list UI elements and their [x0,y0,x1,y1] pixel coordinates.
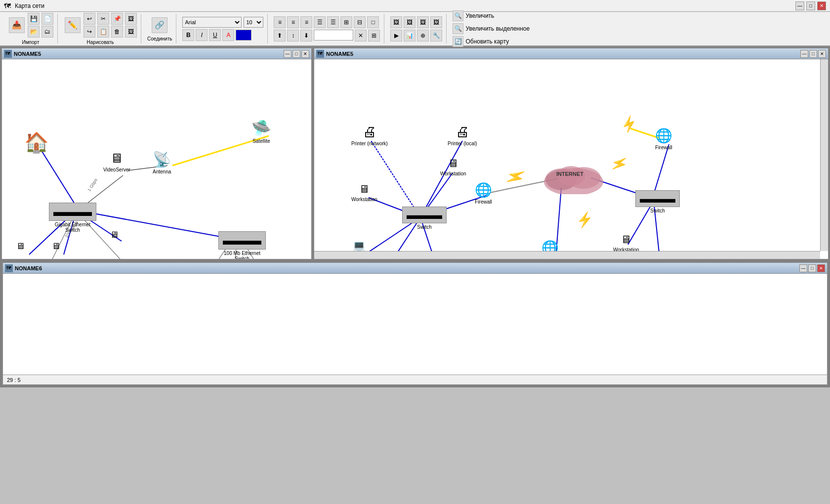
map-content[interactable]: Колмогорова просп. Вернадского Школа № 2… [3,274,827,375]
img1-btn[interactable]: 🖼 [125,13,137,25]
window-minimize-left[interactable]: — [284,50,291,58]
bg-color-btn[interactable] [236,30,251,41]
node-ws-right3[interactable]: 🖥 Workstation [613,233,639,252]
internet-cloud[interactable]: INTERNET [541,157,606,196]
window-close-bottom[interactable]: ✕ [817,264,825,272]
img-btn1[interactable]: 🖼 [390,16,402,28]
firewall-right3-label: Firewall [655,145,672,150]
color-picker[interactable] [314,30,353,41]
window-maximize-bottom[interactable]: □ [808,264,816,272]
svg-line-0 [42,151,79,210]
ws-right1-label: Workstation [351,197,377,202]
copy-btn[interactable]: 📋 [97,26,109,38]
cut-btn[interactable]: ✂ [97,13,109,25]
redo-btn[interactable]: ↪ [83,26,95,38]
zoom-in-label: Увеличить [465,12,494,19]
file-btn[interactable]: 📄 [42,13,53,25]
valign-top-btn[interactable]: ⬆ [274,30,286,42]
node-printer-net[interactable]: 🖨 Printer (network) [351,124,388,146]
align-left-btn[interactable]: ≡ [274,16,286,28]
bold-btn[interactable]: B [182,29,194,41]
window-close-left[interactable]: ✕ [301,50,309,58]
save-btn[interactable]: 💾 [28,13,40,25]
window-minimize-right[interactable]: — [800,50,808,58]
close-btn[interactable]: ✕ [817,1,826,10]
refresh-icon: 🔄 [453,36,463,47]
node-ws-right1[interactable]: 🖥 Workstation [351,183,377,202]
window-minimize-bottom[interactable]: — [799,264,807,272]
font-select[interactable]: Arial [182,17,242,28]
maximize-btn[interactable]: □ [806,1,815,10]
ws-right2-label: Workstation [440,171,466,176]
node-printer-loc[interactable]: 🖨 Printer (local) [448,124,477,146]
img-btn3[interactable]: 🖼 [417,16,429,28]
scrollbar-right-v[interactable] [820,59,828,251]
node-ws2[interactable]: 🖥 [51,241,60,252]
underline-btn[interactable]: U [209,29,221,41]
node-switch2-right[interactable]: ▬▬▬ Switch [635,190,680,213]
videoserver-label: VideoServer [103,167,130,172]
table-btn[interactable]: ⊞ [340,16,352,28]
main-content: 🗺 NONAME5 — □ ✕ [0,46,830,387]
node-satellite[interactable]: 🛸 Satellite [251,119,271,144]
undo-btn[interactable]: ↩ [83,13,95,25]
action-btn1[interactable]: ▶ [390,30,402,42]
node-antenna[interactable]: 📡 Antenna [153,151,171,174]
img-btn2[interactable]: 🖼 [404,16,415,28]
draw-icon: ✏️ [65,17,81,33]
toolbar-connect-section: 🔗 Соединить [143,14,176,43]
node-ws3[interactable]: 🖥 [110,230,119,240]
italic-btn[interactable]: I [196,29,208,41]
svg-line-19 [371,141,420,217]
img2-btn[interactable]: 🖼 [125,26,137,38]
align-justify-btn[interactable]: ☰ [314,16,326,28]
antenna-label: Antenna [153,169,171,174]
border-btn[interactable]: □ [367,16,379,28]
font-color-btn[interactable]: A [222,29,234,41]
window-close-right[interactable]: ✕ [818,50,826,58]
folder-btn[interactable]: 🗂 [42,26,53,38]
svg-line-32 [653,144,669,198]
connect-icon: 🔗 [152,17,167,33]
action-btn3[interactable]: ⊕ [417,30,429,42]
align-center-btn[interactable]: ≡ [287,16,299,28]
node-gigswitch[interactable]: ▬▬▬ Gigabit Ethernet Switch [49,203,96,233]
grid-btn[interactable]: ⊟ [354,16,366,28]
network-canvas-left[interactable]: 1 Gbps 100 Mbps 🏠 🖥 VideoServer 📡 Antenn… [2,59,311,259]
open-btn[interactable]: 📂 [28,26,40,38]
valign-bot-btn[interactable]: ⬇ [300,30,312,42]
connect-button[interactable]: 🔗 [151,16,168,34]
img-btn4[interactable]: 🖼 [430,16,442,28]
refresh-label: Обновить карту [465,38,509,45]
network-canvas-right[interactable]: 🖨 Printer (network) 🖨 Printer (local) 🖥 … [314,59,828,259]
snap-btn[interactable]: ⊞ [368,30,380,42]
font-size-select[interactable]: 10 [244,17,263,28]
zoom-in-icon: 🔍 [453,10,463,21]
delete-btn[interactable]: 🗑 [111,26,123,38]
align-right-btn[interactable]: ≡ [300,16,312,28]
titlebar-noname6: 🗺 NONAME6 — □ ✕ [3,263,827,274]
node-firewall-right1[interactable]: 🌐 Firewall [475,182,492,205]
node-ws1[interactable]: 🖥 [16,241,25,252]
more-btn[interactable]: ✕ [355,30,367,42]
draw-button[interactable]: ✏️ [64,16,82,34]
import-button[interactable]: 📥 [8,16,26,34]
scrollbar-right-h[interactable] [314,251,820,259]
node-videoserver[interactable]: 🖥 VideoServer [103,151,130,172]
action-btn2[interactable]: 📊 [404,30,415,42]
toolbar-align-section: ≡ ≡ ≡ ☰ ☰ ⊞ ⊟ □ ⬆ ↕ ⬇ ✕ ⊞ [270,14,384,43]
minimize-btn[interactable]: — [795,1,804,10]
node-firewall-right3[interactable]: 🌐 Firewall [655,127,672,150]
valign-mid-btn[interactable]: ↕ [287,30,299,42]
list-btn[interactable]: ☰ [327,16,339,28]
main-toolbar: 📥 💾 📂 📄 🗂 Импорт ✏️ ↩ ↪ ✂ 📋 [0,12,830,46]
paste-btn[interactable]: 📌 [111,13,123,25]
node-switch100[interactable]: ▬▬▬ 100 Mb Ethernet Switch [218,231,266,259]
node-ws-right2[interactable]: 🖥 Workstation [440,157,466,176]
window-maximize-right[interactable]: □ [809,50,817,58]
node-home[interactable]: 🏠 [24,131,49,154]
action-btn4[interactable]: 🔧 [430,30,442,42]
window-maximize-left[interactable]: □ [292,50,300,58]
connect-label: Соединить [147,36,172,42]
node-switch-main[interactable]: ▬▬▬ Switch [402,207,447,230]
